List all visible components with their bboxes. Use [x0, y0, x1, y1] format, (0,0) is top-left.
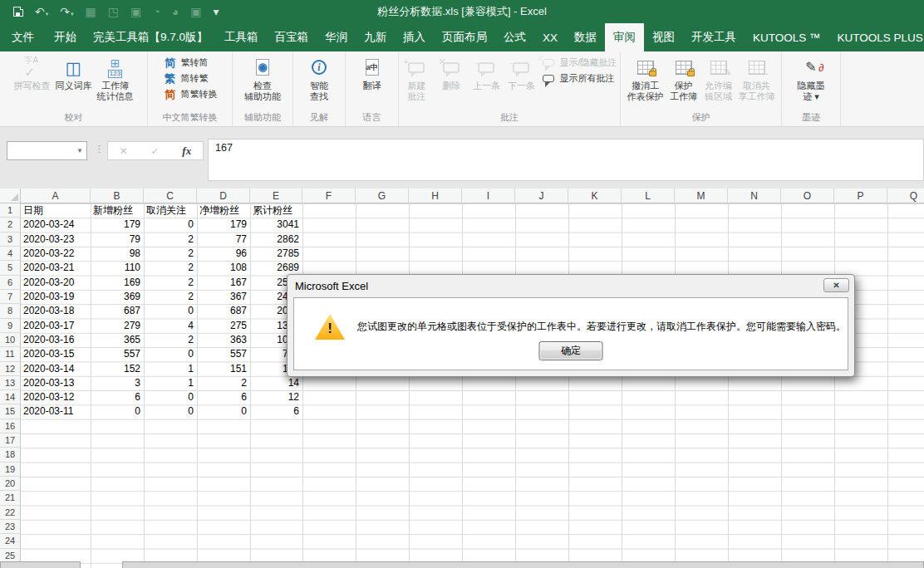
- cell-C8[interactable]: 0: [146, 304, 194, 318]
- cell-A13[interactable]: 2020-03-13: [23, 376, 87, 390]
- ribbon-tab-6[interactable]: 九新: [356, 23, 395, 51]
- row-header-24[interactable]: 24: [0, 534, 21, 548]
- cell-C4[interactable]: 2: [146, 247, 194, 261]
- ribbon-tab-12-active[interactable]: 审阅: [605, 23, 644, 51]
- cell-A9[interactable]: 2020-03-17: [23, 319, 87, 333]
- cell-B15[interactable]: 0: [93, 404, 140, 419]
- smart-lookup-button[interactable]: i智能 查找: [302, 53, 337, 104]
- row-header-16[interactable]: 16: [0, 419, 21, 433]
- cell-C3[interactable]: 2: [146, 233, 194, 247]
- col-header-K[interactable]: K: [568, 189, 622, 203]
- cell-C14[interactable]: 0: [146, 390, 194, 404]
- ribbon-tab-1[interactable]: 开始: [46, 23, 85, 51]
- cell-E1[interactable]: 累计粉丝: [253, 203, 299, 218]
- cell-C1[interactable]: 取消关注: [146, 203, 194, 218]
- ribbon-tab-3[interactable]: 工具箱: [216, 23, 267, 51]
- row-header-7[interactable]: 7: [0, 290, 21, 304]
- row-header-6[interactable]: 6: [0, 276, 21, 290]
- cell-C12[interactable]: 1: [146, 362, 194, 376]
- cell-D7[interactable]: 367: [199, 290, 247, 304]
- undo-icon[interactable]: ↶▾: [35, 6, 48, 17]
- ribbon-tab-11[interactable]: 数据: [566, 23, 605, 51]
- cell-A2[interactable]: 2020-03-24: [23, 218, 87, 232]
- formula-bar-resize-handle[interactable]: ⋮: [95, 144, 104, 154]
- col-header-H[interactable]: H: [409, 189, 462, 203]
- col-header-O[interactable]: O: [781, 189, 834, 203]
- cell-D15[interactable]: 0: [199, 404, 247, 419]
- cell-B11[interactable]: 557: [93, 347, 140, 361]
- name-box[interactable]: ▼: [7, 141, 87, 160]
- ribbon-tab-0[interactable]: 文件: [0, 23, 46, 51]
- col-header-C[interactable]: C: [144, 189, 197, 203]
- cell-A10[interactable]: 2020-03-16: [23, 333, 87, 347]
- cell-A14[interactable]: 2020-03-12: [23, 390, 87, 404]
- cell-B5[interactable]: 110: [93, 261, 140, 275]
- cell-A6[interactable]: 2020-03-20: [23, 276, 87, 290]
- cell-B13[interactable]: 3: [93, 376, 140, 390]
- col-header-F[interactable]: F: [302, 189, 356, 203]
- cell-C7[interactable]: 2: [146, 290, 194, 304]
- save-icon[interactable]: [13, 7, 23, 17]
- row-header-1[interactable]: 1: [0, 203, 21, 218]
- cell-B10[interactable]: 365: [93, 333, 140, 347]
- row-header-8[interactable]: 8: [0, 304, 21, 318]
- cell-B14[interactable]: 6: [93, 390, 140, 404]
- row-header-11[interactable]: 11: [0, 347, 21, 361]
- cell-A15[interactable]: 2020-03-11: [23, 404, 87, 419]
- zh-convert-button[interactable]: 简简繁转换: [160, 86, 220, 102]
- col-header-B[interactable]: B: [91, 189, 144, 203]
- cell-D8[interactable]: 687: [199, 304, 247, 318]
- cell-A4[interactable]: 2020-03-22: [23, 247, 87, 261]
- cell-B12[interactable]: 152: [93, 362, 140, 376]
- ribbon-tab-8[interactable]: 页面布局: [434, 23, 495, 51]
- ribbon-tab-9[interactable]: 公式: [495, 23, 534, 51]
- cell-E13[interactable]: 14: [253, 376, 299, 390]
- cell-A7[interactable]: 2020-03-19: [23, 290, 87, 304]
- cell-B2[interactable]: 179: [93, 218, 140, 232]
- row-header-13[interactable]: 13: [0, 376, 21, 390]
- col-header-N[interactable]: N: [728, 189, 781, 203]
- cell-D1[interactable]: 净增粉丝: [199, 203, 247, 218]
- cell-A3[interactable]: 2020-03-23: [23, 233, 87, 247]
- cell-E3[interactable]: 2862: [253, 233, 299, 247]
- cell-C5[interactable]: 2: [146, 261, 194, 275]
- ribbon-tab-5[interactable]: 华润: [317, 23, 356, 51]
- ribbon-tab-16[interactable]: KUTOOLS PLUS: [829, 23, 924, 51]
- ribbon-tab-2[interactable]: 完美工具箱【9.7.0版】: [85, 23, 216, 51]
- cell-A11[interactable]: 2020-03-15: [23, 347, 87, 361]
- select-all-corner[interactable]: [0, 189, 21, 203]
- col-header-P[interactable]: P: [834, 189, 887, 203]
- row-header-19[interactable]: 19: [0, 463, 21, 477]
- show-all-comments-button[interactable]: 显示所有批注: [538, 71, 619, 86]
- formula-input[interactable]: 167: [208, 139, 924, 181]
- cell-B7[interactable]: 369: [93, 290, 140, 304]
- redo-icon[interactable]: ↷▾: [60, 6, 73, 17]
- row-header-23[interactable]: 23: [0, 520, 21, 534]
- row-header-18[interactable]: 18: [0, 448, 21, 462]
- workbook-stats-button[interactable]: ⊞123工作簿 统计信息: [95, 53, 136, 104]
- row-header-22[interactable]: 22: [0, 506, 21, 520]
- dialog-close-button[interactable]: ✕: [823, 278, 849, 292]
- cell-B3[interactable]: 79: [93, 233, 140, 247]
- cell-A12[interactable]: 2020-03-14: [23, 362, 87, 376]
- cell-A1[interactable]: 日期: [23, 203, 87, 218]
- cell-A5[interactable]: 2020-03-21: [23, 261, 87, 275]
- col-header-D[interactable]: D: [197, 189, 250, 203]
- cell-A8[interactable]: 2020-03-18: [23, 304, 87, 318]
- col-header-L[interactable]: L: [622, 189, 675, 203]
- cell-B6[interactable]: 169: [93, 276, 140, 290]
- cell-E14[interactable]: 12: [253, 390, 299, 404]
- cell-D10[interactable]: 363: [199, 333, 247, 347]
- col-header-M[interactable]: M: [675, 189, 728, 203]
- cell-C2[interactable]: 0: [146, 218, 194, 232]
- cell-B1[interactable]: 新增粉丝: [93, 203, 140, 218]
- translate-button[interactable]: a中翻译: [355, 53, 390, 93]
- cell-B4[interactable]: 98: [93, 247, 140, 261]
- dialog-title-bar[interactable]: Microsoft Excel: [288, 275, 854, 297]
- col-header-E[interactable]: E: [250, 189, 302, 203]
- cell-B8[interactable]: 687: [93, 304, 140, 318]
- cell-D9[interactable]: 275: [199, 319, 247, 333]
- cell-E5[interactable]: 2689: [253, 261, 299, 275]
- col-header-J[interactable]: J: [515, 189, 568, 203]
- thesaurus-button[interactable]: ◫同义词库: [53, 53, 95, 93]
